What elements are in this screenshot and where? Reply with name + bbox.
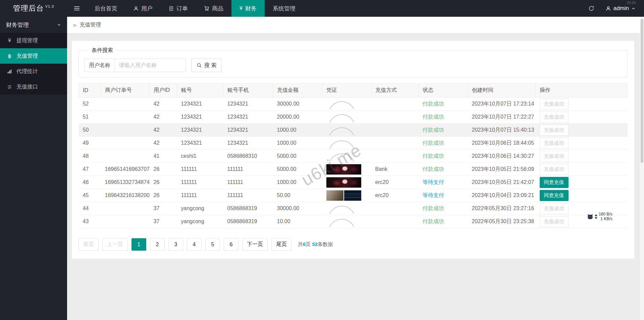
admin-page: 管理后台 V1.0 后台首页 用户 订单 商品 ¥ 财务 系统管理	[0, 0, 644, 320]
recharge-success-button: 充值成功	[540, 164, 569, 175]
top-navbar: 管理后台 V1.0 后台首页 用户 订单 商品 ¥ 财务 系统管理	[0, 0, 644, 17]
username-input[interactable]	[115, 59, 186, 72]
page-button-6[interactable]: 6	[224, 238, 238, 251]
status-cell: 等待支付	[419, 176, 468, 189]
page-button-2[interactable]: 2	[150, 238, 165, 251]
recharge-success-button: 充值成功	[540, 112, 569, 123]
total-records: 52	[312, 241, 318, 247]
order-no-cell	[101, 98, 150, 111]
phone-cell: 1234321	[223, 98, 273, 111]
action-cell: 充值成功	[536, 124, 628, 137]
first-page-button[interactable]: 首页	[78, 238, 99, 251]
prev-page-button[interactable]: 上一页	[102, 238, 128, 251]
next-page-button[interactable]: 下一页	[242, 238, 268, 251]
voucher-cell	[322, 202, 371, 215]
approve-recharge-button[interactable]: 同意充值	[540, 190, 569, 201]
id-cell: 52	[79, 98, 101, 111]
column-header: ID	[79, 83, 101, 98]
nav-item-home[interactable]: 后台首页	[87, 0, 125, 17]
status-cell: 付款成功	[419, 98, 468, 111]
collapse-menu-button[interactable]	[67, 0, 87, 17]
last-page-button[interactable]: 尾页	[271, 238, 291, 251]
column-header: 账号	[177, 83, 223, 98]
method-cell	[371, 150, 419, 163]
voucher-placeholder-icon	[326, 112, 356, 122]
user-id-cell: 26	[150, 163, 177, 176]
sidebar-item-label: 提现管理	[16, 37, 38, 44]
method-cell	[371, 137, 419, 150]
status-cell: 付款成功	[419, 137, 468, 150]
created-at-cell: 2023年10月06日 14:30:27	[468, 150, 536, 163]
page-button-1[interactable]: 1	[131, 238, 146, 251]
breadcrumb-current: 充值管理	[79, 21, 101, 28]
status-text: 等待支付	[423, 179, 444, 185]
status-text: 付款成功	[423, 101, 444, 107]
column-header: 账号手机	[223, 83, 273, 98]
approve-recharge-button[interactable]: 同意充值	[540, 177, 569, 188]
status-text: 付款成功	[423, 166, 444, 172]
amount-cell: 30000.00	[273, 98, 322, 111]
voucher-photos[interactable]	[326, 190, 361, 201]
voucher-cell	[322, 176, 371, 189]
sidebar-group-finance[interactable]: 财务管理	[0, 17, 67, 33]
sidebar-item-recharge[interactable]: ฿ 充值管理	[0, 48, 67, 64]
order-no-cell	[101, 202, 150, 215]
amount-cell: 50.00	[273, 189, 322, 202]
sidebar-item-label: 代理统计	[16, 68, 38, 75]
id-cell: 49	[79, 137, 101, 150]
order-no-cell: 169643216138200	[101, 189, 150, 202]
chart-icon	[6, 69, 13, 74]
amount-cell: 1000.00	[273, 176, 322, 189]
cart-icon	[204, 6, 209, 11]
breadcrumb-separator-icon: »	[73, 21, 76, 29]
voucher-cell	[322, 111, 371, 124]
nav-item-label: 财务	[245, 5, 257, 12]
account-cell: 1234321	[177, 98, 223, 111]
sidebar-group-label: 财务管理	[6, 21, 29, 29]
column-header: 创建时间	[468, 83, 536, 98]
id-cell: 44	[79, 202, 101, 215]
nav-item-users[interactable]: 用户	[125, 0, 161, 17]
sidebar-item-agent-stats[interactable]: 代理统计	[0, 64, 67, 79]
nav-item-system[interactable]: 系统管理	[265, 0, 304, 17]
nav-item-orders[interactable]: 订单	[161, 0, 196, 17]
page-button-4[interactable]: 4	[187, 238, 202, 251]
scrollbar-track	[640, 17, 644, 320]
voucher-placeholder-icon	[326, 151, 356, 162]
voucher-placeholder-icon	[326, 203, 356, 214]
network-speed-widget: 160 B/s 1 KB/s	[587, 212, 612, 221]
search-button[interactable]: 搜 索	[191, 59, 222, 72]
sidebar-item-withdraw[interactable]: ¥ 提现管理	[0, 33, 67, 48]
nav-item-products[interactable]: 商品	[196, 0, 231, 17]
column-header: 操作	[536, 83, 628, 98]
created-at-cell: 2023年10月04日 23:09:21	[468, 189, 536, 202]
scrollbar-thumb[interactable]	[641, 19, 643, 163]
recharge-table: ID商户订单号用户ID账号账号手机充值金额凭证充值方式状态创建时间操作 5242…	[78, 83, 628, 228]
column-header: 充值金额	[273, 83, 322, 98]
voucher-photo[interactable]	[326, 164, 361, 175]
voucher-photo[interactable]	[326, 177, 361, 188]
created-at-cell: 2023年10月07日 15:40:13	[468, 124, 536, 137]
bitcoin-icon: ฿	[6, 53, 13, 59]
user-id-cell: 37	[150, 202, 177, 215]
page-button-3[interactable]: 3	[168, 238, 183, 251]
id-cell: 50	[79, 124, 101, 137]
user-id-cell: 42	[150, 111, 177, 124]
status-cell: 付款成功	[419, 150, 468, 163]
table-row: 47169651416963707261111111111115000.00Ba…	[79, 163, 628, 176]
method-cell: erc20	[371, 189, 419, 202]
action-cell: 充值成功	[536, 163, 628, 176]
page-button-5[interactable]: 5	[205, 238, 220, 251]
recharge-management-panel: 条件搜索 用户名称 搜 索 ID商户订单号用户ID账号账号手机充值金额凭证充值方…	[72, 41, 634, 259]
admin-menu[interactable]: admin	[601, 0, 644, 17]
search-legend: 条件搜索	[88, 47, 116, 54]
created-at-cell: 2023年10月07日 17:22:27	[468, 111, 536, 124]
user-id-cell: 42	[150, 137, 177, 150]
phone-cell: 1234321	[223, 137, 273, 150]
sidebar-item-recharge-api[interactable]: 充值接口	[0, 79, 67, 94]
status-text: 付款成功	[423, 218, 444, 224]
nav-item-finance[interactable]: ¥ 财务	[231, 0, 265, 17]
refresh-button[interactable]	[582, 0, 601, 17]
table-row: 451696432161382002611111111111150.00erc2…	[79, 189, 628, 202]
nav-item-label: 系统管理	[273, 5, 296, 12]
